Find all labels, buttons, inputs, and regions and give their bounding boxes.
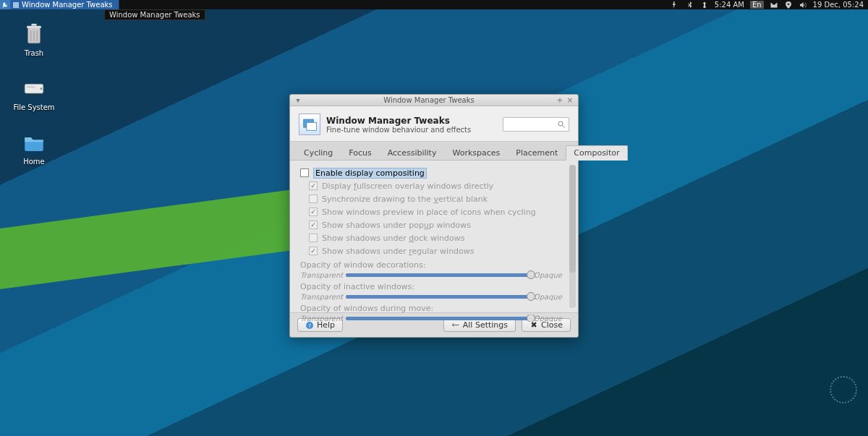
- svg-point-7: [41, 87, 43, 90]
- checkbox-popup-shadows[interactable]: ✓ Show shadows under popup windows: [300, 218, 572, 231]
- tab-focus[interactable]: Focus: [341, 145, 379, 161]
- section-opacity-decorations: Opacity of window decorations:: [300, 260, 572, 270]
- bluetooth-icon[interactable]: [686, 1, 694, 9]
- svg-rect-8: [27, 86, 35, 87]
- svg-line-12: [563, 126, 565, 128]
- section-opacity-move: Opacity of windows during move:: [300, 304, 572, 313]
- slider-max-label: Opaque: [534, 293, 562, 301]
- desktop-icon-filesystem[interactable]: File System: [9, 76, 59, 111]
- mail-icon[interactable]: [770, 1, 778, 9]
- tab-content-compositor: Enable display compositing ✓ Display ful…: [290, 161, 578, 312]
- slider-min-label: Transparent: [300, 293, 343, 301]
- back-icon: 🡐: [451, 321, 460, 330]
- svg-text:?: ?: [308, 322, 311, 328]
- taskbar-tooltip: Window Manager Tweaks: [104, 9, 205, 20]
- tab-compositor[interactable]: Compositor: [566, 145, 627, 161]
- checkbox-label: Show shadows under dock windows: [322, 234, 464, 243]
- desktop-icon-label: File System: [9, 103, 59, 111]
- checkbox-label: Show shadows under regular windows: [322, 247, 475, 256]
- clock-date[interactable]: 19 Dec, 05:24: [813, 1, 864, 9]
- checkbox-window-preview[interactable]: ✓ Show windows preview in place of icons…: [300, 205, 572, 218]
- taskbar-item-wm-tweaks[interactable]: Window Manager Tweaks: [10, 0, 119, 9]
- slider-opacity-move[interactable]: Transparent Opaque: [300, 315, 572, 322]
- slider-min-label: Transparent: [300, 315, 343, 322]
- tab-cycling[interactable]: Cycling: [296, 145, 341, 161]
- checkbox-label: Enable display compositing: [313, 168, 427, 179]
- search-input[interactable]: [503, 117, 569, 132]
- minimize-button[interactable]: +: [555, 96, 565, 104]
- checkbox-label: Show windows preview in place of icons w…: [322, 208, 536, 217]
- slider-opacity-inactive[interactable]: Transparent Opaque: [300, 293, 572, 301]
- slider-min-label: Transparent: [300, 271, 343, 279]
- window-manager-tweaks-dialog: ▾ Window Manager Tweaks + × Window Manag…: [289, 94, 579, 338]
- svg-point-11: [558, 121, 563, 126]
- slider-max-label: Opaque: [534, 271, 562, 279]
- checkbox-dock-shadows[interactable]: Show shadows under dock windows: [300, 231, 572, 244]
- slider-max-label: Opaque: [534, 315, 562, 322]
- tab-bar: Cycling Focus Accessibility Workspaces P…: [290, 142, 578, 161]
- svg-rect-1: [27, 26, 41, 29]
- power-icon[interactable]: [671, 1, 680, 9]
- dialog-header: Window Manager Tweaks Fine-tune window b…: [290, 106, 578, 142]
- close-icon: ✖: [529, 321, 538, 330]
- notifications-icon[interactable]: [784, 1, 793, 9]
- keyboard-layout-indicator[interactable]: En: [750, 1, 764, 9]
- scrollbar[interactable]: [569, 165, 576, 308]
- section-opacity-inactive: Opacity of inactive windows:: [300, 282, 572, 291]
- desktop-icon-trash[interactable]: Trash: [9, 22, 59, 57]
- checkbox-label: Synchronize drawing to the vertical blan…: [322, 195, 488, 204]
- clock-time[interactable]: 5:24 AM: [715, 1, 744, 9]
- desktop-icon-home[interactable]: Home: [9, 130, 59, 166]
- header-subtitle: Fine-tune window behaviour and effects: [326, 126, 471, 134]
- top-panel: Window Manager Tweaks 5:24 AM En 19 Dec,…: [0, 0, 868, 9]
- checkbox-fullscreen-overlay[interactable]: ✓ Display fullscreen overlay windows dir…: [300, 179, 572, 192]
- network-icon[interactable]: [700, 1, 709, 9]
- checkbox-enable-compositing[interactable]: Enable display compositing: [300, 166, 572, 179]
- tab-placement[interactable]: Placement: [508, 145, 566, 161]
- loading-spinner-icon: [830, 376, 857, 403]
- menu-button[interactable]: ▾: [293, 96, 303, 104]
- tab-accessibility[interactable]: Accessibility: [380, 145, 445, 161]
- checkbox-regular-shadows[interactable]: ✓ Show shadows under regular windows: [300, 244, 572, 257]
- window-title: Window Manager Tweaks: [303, 96, 555, 104]
- taskbar-item-label: Window Manager Tweaks: [22, 1, 113, 9]
- desktop-root: Window Manager Tweaks 5:24 AM En 19 Dec,…: [0, 0, 868, 436]
- volume-icon[interactable]: [799, 1, 807, 9]
- wallpaper-accent: [0, 188, 304, 289]
- tab-workspaces[interactable]: Workspaces: [444, 145, 508, 161]
- svg-rect-2: [31, 24, 36, 26]
- desktop-icon-label: Trash: [9, 49, 59, 57]
- slider-opacity-decorations[interactable]: Transparent Opaque: [300, 271, 572, 279]
- app-icon: [299, 114, 320, 135]
- checkbox-label: Display fullscreen overlay windows direc…: [322, 181, 493, 191]
- help-icon: ?: [305, 321, 314, 330]
- desktop-icon-label: Home: [9, 158, 59, 166]
- checkbox-sync-vblank[interactable]: Synchronize drawing to the vertical blan…: [300, 192, 572, 205]
- close-button[interactable]: ×: [565, 96, 575, 104]
- svg-rect-10: [307, 122, 317, 130]
- whisker-menu-button[interactable]: [0, 0, 10, 9]
- checkbox-label: Show shadows under popup windows: [322, 221, 471, 230]
- app-icon: [13, 2, 19, 8]
- header-title: Window Manager Tweaks: [326, 116, 471, 126]
- titlebar[interactable]: ▾ Window Manager Tweaks + ×: [290, 95, 578, 106]
